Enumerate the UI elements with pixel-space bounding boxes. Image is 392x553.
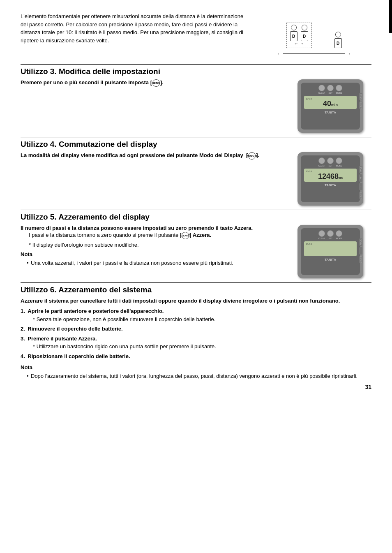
figure-head-2: [302, 25, 307, 30]
section6-content: Azzerare il sistema per cancellare tutti…: [21, 298, 371, 380]
device-brand-1: TANITA: [301, 111, 360, 114]
figure-body-2: D: [301, 31, 308, 41]
section5-bullet1: Una volta azzerati, i valori per i passi…: [27, 259, 281, 267]
device-screen-3: 10·10: [304, 241, 357, 256]
figure-body-1: D: [290, 31, 297, 41]
device-side-buttons-1: SCAN RESET: [359, 93, 362, 109]
section5-text: Il numero di passi e la distanza possono…: [21, 225, 281, 269]
device-1: CLEAR SET MODE 10·10: [297, 79, 363, 133]
device-screen-2: 10·10 12468km: [304, 169, 357, 182]
section5-heading1: Il numero di passi e la distanza possono…: [21, 225, 281, 231]
device-buttons-row-2: CLEAR SET MODE: [301, 155, 360, 167]
mode-btn-2: MODE: [336, 157, 342, 167]
mode-btn-3: MODE: [336, 230, 342, 240]
device-image-3: CLEAR SET MODE 10·10: [289, 225, 371, 278]
clear-button-icon: CLEAR⊙: [182, 232, 189, 239]
scan-btn-1: SCAN: [359, 93, 362, 100]
section4-text: La modalità del display viene modifica a…: [21, 152, 281, 160]
clear-btn-1: CLEAR: [318, 85, 325, 94]
mode-btn-1: MODE: [336, 85, 342, 94]
scan-btn-2: SCAN: [359, 166, 362, 173]
section3-content: Premere per uno o più secondi il pulsant…: [21, 79, 371, 133]
device-3: CLEAR SET MODE 10·10: [297, 225, 363, 278]
section4-content: La modalità del display viene modifica a…: [21, 152, 371, 206]
section5-header: Utilizzo 5. Azzeramento del display: [21, 210, 371, 222]
section4-title: Utilizzo 4. Commutazione del display: [21, 140, 371, 149]
set-btn-1: SET: [327, 85, 334, 94]
intro-text: L'elemento fondamentale per ottenere mis…: [21, 12, 248, 44]
section6-step3: 3. Premere il pulsante Azzera. Utilizzar…: [21, 335, 371, 351]
device-image-2: CLEAR SET MODE 10·10: [289, 152, 371, 206]
section5-indent1: I passi e la distanza tornano a zero qua…: [29, 231, 281, 239]
intro-section: L'elemento fondamentale per ottenere mis…: [21, 12, 371, 57]
reset-btn-3: RESET: [359, 256, 362, 263]
section3-instruction: Premere per uno o più secondi il pulsant…: [21, 79, 281, 87]
section5-title: Utilizzo 5. Azzeramento del display: [21, 213, 371, 222]
minus-btn-3: -: [359, 247, 362, 255]
section6-title: Utilizzo 6. Azzeramento del sistema: [21, 285, 371, 294]
scan-btn-3: SCAN: [359, 238, 362, 246]
device-inner-2: CLEAR SET MODE 10·10: [301, 155, 360, 202]
section3-title: Utilizzo 3. Modifica delle impostazioni: [21, 67, 371, 76]
clear-btn-3: CLEAR: [318, 230, 325, 240]
figure-body-3: D: [334, 38, 342, 48]
section5-content: Il numero di passi e la distanza possono…: [21, 225, 371, 278]
minus-btn-2: -: [359, 183, 362, 190]
set-btn-3: SET: [327, 230, 334, 240]
figure-head-3: [335, 32, 341, 37]
screen-display-1: 40min: [306, 100, 355, 107]
device-brand-2: TANITA: [301, 183, 360, 187]
screen-display-3: [306, 245, 355, 255]
figure-head-1: [291, 25, 297, 30]
clear-btn-2: CLEAR: [318, 157, 325, 167]
device-side-buttons-2: SCAN + - RESET: [359, 166, 362, 199]
arrows-group1: ← →: [294, 41, 304, 46]
section6-heading1: Azzerare il sistema per cancellare tutti…: [21, 298, 371, 304]
reset-btn-2: RESET: [359, 192, 362, 199]
step-diagram: D D ←: [256, 12, 371, 57]
section3-header: Utilizzo 3. Modifica delle impostazioni: [21, 64, 371, 76]
device-2: CLEAR SET MODE 10·10: [297, 152, 363, 206]
top-bar-decoration: [389, 0, 392, 33]
device-brand-3: TANITA: [301, 258, 360, 261]
section6-header: Utilizzo 6. Azzeramento del sistema: [21, 282, 371, 294]
section3-text: Premere per uno o più secondi il pulsant…: [21, 79, 281, 87]
device-buttons-row-3: CLEAR SET MODE: [301, 228, 360, 240]
section5-note1: Il display dell'orologio non subisce mod…: [29, 241, 281, 249]
plus-btn-2: +: [359, 174, 362, 182]
page: L'elemento fondamentale per ottenere mis…: [0, 0, 392, 398]
bottom-arrows: ← →: [277, 51, 351, 57]
device-screen-1: 10·10 40min: [304, 96, 357, 109]
device-inner-3: CLEAR SET MODE 10·10: [301, 228, 360, 275]
set-btn-2: SET: [327, 157, 334, 167]
page-number: 31: [365, 384, 371, 390]
reset-btn-1: RESET: [359, 102, 362, 109]
section6-step2: 2. Rimuovere il coperchio delle batterie…: [21, 325, 371, 333]
section4-instruction: La modalità del display viene modifica a…: [21, 152, 281, 160]
section6-nota-title: Nota: [21, 364, 371, 370]
set-button-icon: SET⊙: [152, 79, 160, 87]
section6-step1-sub: Senza tale operazione, non è possibile r…: [33, 315, 371, 324]
section4-header: Utilizzo 4. Commutazione del display: [21, 137, 371, 149]
section6-bullet1: Dopo l'azzeramento del sistema, tutti i …: [27, 372, 371, 380]
section6-step3-sub: Utilizzare un bastoncino rigido con una …: [33, 342, 371, 351]
device-buttons-row-1: CLEAR SET MODE: [301, 83, 360, 94]
section5-nota-title: Nota: [21, 251, 281, 257]
mode-button-icon: MODE⊙: [248, 152, 256, 160]
section6-step4: 4. Riposizionare il coperchio delle batt…: [21, 352, 371, 361]
device-inner-1: CLEAR SET MODE 10·10: [301, 83, 360, 130]
device-side-buttons-3: SCAN - RESET: [359, 238, 362, 263]
section6-step1: 1. Aprire le parti anteriore e posterior…: [21, 307, 371, 323]
screen-display-2: 12468km: [306, 173, 355, 180]
device-image-1: CLEAR SET MODE 10·10: [289, 79, 371, 133]
